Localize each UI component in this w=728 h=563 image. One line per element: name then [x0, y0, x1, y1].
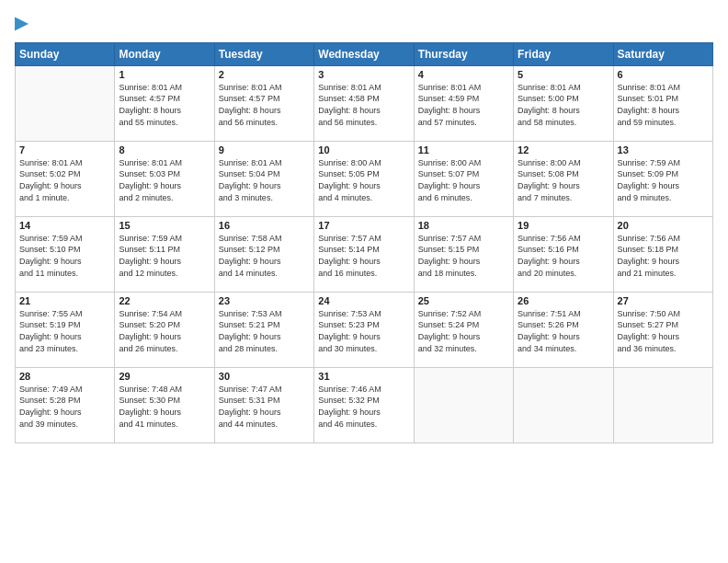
day-number: 13 [618, 144, 709, 155]
day-number: 4 [418, 69, 509, 80]
weekday-header-cell: Thursday [414, 42, 513, 65]
calendar-table: SundayMondayTuesdayWednesdayThursdayFrid… [15, 42, 713, 443]
calendar-cell: 15Sunrise: 7:59 AM Sunset: 5:11 PM Dayli… [115, 216, 214, 292]
calendar-cell: 2Sunrise: 8:01 AM Sunset: 4:57 PM Daylig… [214, 65, 313, 141]
calendar-body: 1Sunrise: 8:01 AM Sunset: 4:57 PM Daylig… [16, 65, 713, 442]
day-number: 10 [318, 144, 409, 155]
day-info: Sunrise: 8:01 AM Sunset: 4:57 PM Dayligh… [119, 82, 210, 128]
day-number: 12 [518, 144, 609, 155]
day-number: 30 [219, 371, 310, 382]
day-info: Sunrise: 7:53 AM Sunset: 5:21 PM Dayligh… [219, 308, 310, 354]
day-info: Sunrise: 8:00 AM Sunset: 5:05 PM Dayligh… [318, 157, 409, 203]
day-number: 1 [119, 69, 210, 80]
weekday-header-cell: Sunday [16, 42, 115, 65]
calendar-cell [514, 367, 613, 442]
calendar-cell: 9Sunrise: 8:01 AM Sunset: 5:04 PM Daylig… [214, 141, 313, 216]
day-number: 14 [19, 220, 110, 231]
calendar-cell: 31Sunrise: 7:46 AM Sunset: 5:32 PM Dayli… [314, 367, 414, 442]
day-info: Sunrise: 7:54 AM Sunset: 5:20 PM Dayligh… [119, 308, 210, 354]
calendar-cell [613, 367, 712, 442]
calendar-cell: 18Sunrise: 7:57 AM Sunset: 5:15 PM Dayli… [414, 216, 513, 292]
calendar-cell: 19Sunrise: 7:56 AM Sunset: 5:16 PM Dayli… [514, 216, 613, 292]
calendar-cell: 27Sunrise: 7:50 AM Sunset: 5:27 PM Dayli… [613, 292, 712, 367]
day-info: Sunrise: 8:00 AM Sunset: 5:08 PM Dayligh… [518, 157, 609, 203]
day-info: Sunrise: 8:01 AM Sunset: 5:03 PM Dayligh… [119, 157, 210, 203]
day-number: 3 [318, 69, 409, 80]
day-info: Sunrise: 8:01 AM Sunset: 5:00 PM Dayligh… [518, 82, 609, 128]
calendar-cell: 3Sunrise: 8:01 AM Sunset: 4:58 PM Daylig… [314, 65, 414, 141]
day-info: Sunrise: 7:57 AM Sunset: 5:15 PM Dayligh… [418, 233, 509, 279]
day-number: 19 [518, 220, 609, 231]
calendar-cell: 8Sunrise: 8:01 AM Sunset: 5:03 PM Daylig… [115, 141, 214, 216]
day-info: Sunrise: 8:01 AM Sunset: 5:01 PM Dayligh… [618, 82, 709, 128]
calendar-week-row: 21Sunrise: 7:55 AM Sunset: 5:19 PM Dayli… [16, 292, 713, 367]
calendar-cell: 29Sunrise: 7:48 AM Sunset: 5:30 PM Dayli… [115, 367, 214, 442]
day-info: Sunrise: 8:01 AM Sunset: 4:57 PM Dayligh… [219, 82, 310, 128]
calendar-cell: 28Sunrise: 7:49 AM Sunset: 5:28 PM Dayli… [16, 367, 115, 442]
weekday-header-cell: Monday [115, 42, 214, 65]
day-info: Sunrise: 8:01 AM Sunset: 5:04 PM Dayligh… [219, 157, 310, 203]
calendar-cell: 16Sunrise: 7:58 AM Sunset: 5:12 PM Dayli… [214, 216, 313, 292]
day-info: Sunrise: 7:55 AM Sunset: 5:19 PM Dayligh… [19, 308, 110, 354]
day-info: Sunrise: 7:50 AM Sunset: 5:27 PM Dayligh… [618, 308, 709, 354]
day-number: 11 [418, 144, 509, 155]
calendar-cell: 23Sunrise: 7:53 AM Sunset: 5:21 PM Dayli… [214, 292, 313, 367]
calendar-cell: 7Sunrise: 8:01 AM Sunset: 5:02 PM Daylig… [16, 141, 115, 216]
day-info: Sunrise: 7:51 AM Sunset: 5:26 PM Dayligh… [518, 308, 609, 354]
day-info: Sunrise: 8:01 AM Sunset: 4:59 PM Dayligh… [418, 82, 509, 128]
day-number: 24 [318, 295, 409, 306]
day-number: 15 [119, 220, 210, 231]
calendar-cell: 21Sunrise: 7:55 AM Sunset: 5:19 PM Dayli… [16, 292, 115, 367]
calendar-cell [16, 65, 115, 141]
day-number: 31 [318, 371, 409, 382]
calendar-week-row: 14Sunrise: 7:59 AM Sunset: 5:10 PM Dayli… [16, 216, 713, 292]
calendar-cell: 30Sunrise: 7:47 AM Sunset: 5:31 PM Dayli… [214, 367, 313, 442]
day-number: 21 [19, 295, 110, 306]
day-number: 7 [19, 144, 110, 155]
day-info: Sunrise: 7:47 AM Sunset: 5:31 PM Dayligh… [219, 384, 310, 430]
day-number: 17 [318, 220, 409, 231]
header: ▶ [15, 15, 713, 33]
calendar-cell: 12Sunrise: 8:00 AM Sunset: 5:08 PM Dayli… [514, 141, 613, 216]
day-info: Sunrise: 7:57 AM Sunset: 5:14 PM Dayligh… [318, 233, 409, 279]
day-info: Sunrise: 7:59 AM Sunset: 5:09 PM Dayligh… [618, 157, 709, 203]
day-info: Sunrise: 7:52 AM Sunset: 5:24 PM Dayligh… [418, 308, 509, 354]
calendar-cell: 22Sunrise: 7:54 AM Sunset: 5:20 PM Dayli… [115, 292, 214, 367]
day-number: 29 [119, 371, 210, 382]
weekday-header-cell: Friday [514, 42, 613, 65]
calendar-cell: 10Sunrise: 8:00 AM Sunset: 5:05 PM Dayli… [314, 141, 414, 216]
logo-text: ▶ [15, 15, 28, 33]
calendar-cell: 17Sunrise: 7:57 AM Sunset: 5:14 PM Dayli… [314, 216, 414, 292]
day-number: 6 [618, 69, 709, 80]
day-info: Sunrise: 8:01 AM Sunset: 4:58 PM Dayligh… [318, 82, 409, 128]
day-number: 28 [19, 371, 110, 382]
day-number: 27 [618, 295, 709, 306]
calendar-cell: 1Sunrise: 8:01 AM Sunset: 4:57 PM Daylig… [115, 65, 214, 141]
calendar-cell [414, 367, 513, 442]
page-container: ▶ SundayMondayTuesdayWednesdayThursdayFr… [0, 0, 728, 563]
day-number: 16 [219, 220, 310, 231]
day-info: Sunrise: 8:00 AM Sunset: 5:07 PM Dayligh… [418, 157, 509, 203]
calendar-cell: 6Sunrise: 8:01 AM Sunset: 5:01 PM Daylig… [613, 65, 712, 141]
day-number: 23 [219, 295, 310, 306]
calendar-cell: 4Sunrise: 8:01 AM Sunset: 4:59 PM Daylig… [414, 65, 513, 141]
day-number: 5 [518, 69, 609, 80]
calendar-cell: 26Sunrise: 7:51 AM Sunset: 5:26 PM Dayli… [514, 292, 613, 367]
calendar-cell: 20Sunrise: 7:56 AM Sunset: 5:18 PM Dayli… [613, 216, 712, 292]
day-number: 22 [119, 295, 210, 306]
calendar-cell: 25Sunrise: 7:52 AM Sunset: 5:24 PM Dayli… [414, 292, 513, 367]
calendar-cell: 13Sunrise: 7:59 AM Sunset: 5:09 PM Dayli… [613, 141, 712, 216]
calendar-cell: 14Sunrise: 7:59 AM Sunset: 5:10 PM Dayli… [16, 216, 115, 292]
day-info: Sunrise: 7:59 AM Sunset: 5:11 PM Dayligh… [119, 233, 210, 279]
day-number: 18 [418, 220, 509, 231]
calendar-cell: 24Sunrise: 7:53 AM Sunset: 5:23 PM Dayli… [314, 292, 414, 367]
weekday-header-cell: Wednesday [314, 42, 414, 65]
day-info: Sunrise: 8:01 AM Sunset: 5:02 PM Dayligh… [19, 157, 110, 203]
day-info: Sunrise: 7:46 AM Sunset: 5:32 PM Dayligh… [318, 384, 409, 430]
weekday-header-cell: Tuesday [214, 42, 313, 65]
day-info: Sunrise: 7:53 AM Sunset: 5:23 PM Dayligh… [318, 308, 409, 354]
day-number: 25 [418, 295, 509, 306]
day-number: 8 [119, 144, 210, 155]
calendar-cell: 11Sunrise: 8:00 AM Sunset: 5:07 PM Dayli… [414, 141, 513, 216]
day-info: Sunrise: 7:56 AM Sunset: 5:18 PM Dayligh… [618, 233, 709, 279]
